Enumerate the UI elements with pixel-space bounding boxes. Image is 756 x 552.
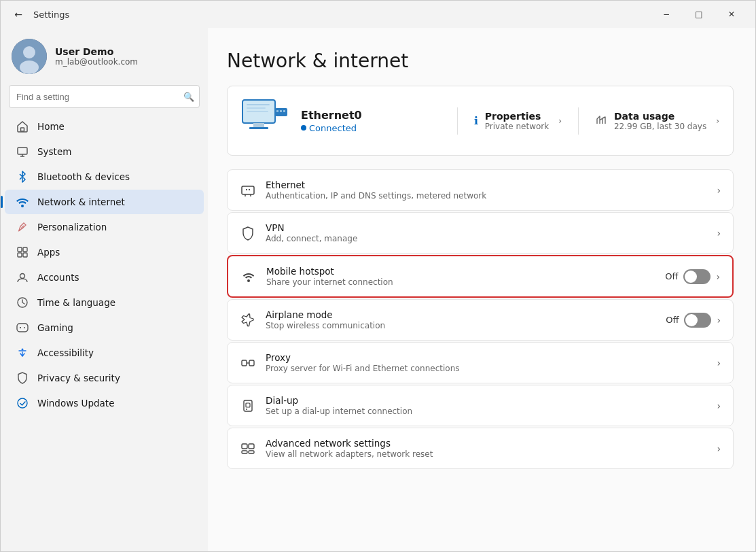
settings-item-advanced[interactable]: Advanced network settings View all netwo… [227,428,734,469]
info-icon: ℹ [474,114,478,127]
sidebar-item-gaming[interactable]: Gaming [5,315,204,340]
settings-item-airplane[interactable]: Airplane mode Stop wireless communicatio… [227,299,734,341]
properties-chevron: › [558,116,562,126]
sidebar-item-label: Gaming [37,322,73,333]
sidebar-item-label: System [37,146,71,157]
sidebar-item-label: Time & language [37,297,115,308]
svg-rect-35 [246,189,247,190]
airplane-toggle-knob [685,314,698,326]
profile-section[interactable]: User Demo m_lab@outlook.com [1,28,208,82]
sidebar-item-time[interactable]: Time & language [5,290,204,315]
sidebar-nav: Home System [1,114,208,416]
sidebar-item-label: Privacy & security [37,373,120,383]
window-controls: − □ ✕ [651,3,747,25]
sidebar-item-update[interactable]: Windows Update [5,391,204,415]
ethernet-banner[interactable]: Ethernet0 Connected ℹ Properties Private… [227,86,734,156]
status-dot [301,125,306,131]
hotspot-toggle-label: Off [665,271,678,281]
minimize-button[interactable]: − [651,3,682,25]
content-area: Network & internet [208,28,755,551]
hotspot-toggle-knob [685,271,697,283]
sidebar-item-accounts[interactable]: Accounts [5,265,204,290]
close-button[interactable]: ✕ [716,3,747,25]
airplane-item-text: Airplane mode Stop wireless communicatio… [266,309,656,330]
ethernet-banner-icon [241,97,290,144]
ethernet-status: Connected [301,123,441,133]
sidebar-item-home[interactable]: Home [5,114,204,139]
svg-rect-3 [21,128,24,131]
vpn-item-text: VPN Add, connect, manage [266,222,707,243]
sidebar-item-accessibility[interactable]: Accessibility [5,341,204,365]
proxy-chevron: › [717,358,721,368]
sidebar-item-apps[interactable]: Apps [5,240,204,264]
settings-item-ethernet[interactable]: Ethernet Authentication, IP and DNS sett… [227,169,734,211]
svg-rect-31 [247,111,268,112]
time-icon [16,296,29,309]
proxy-item-text: Proxy Proxy server for Wi-Fi and Etherne… [266,352,707,373]
svg-point-20 [22,349,24,351]
svg-rect-4 [18,148,27,154]
back-button[interactable]: ← [9,5,28,24]
airplane-chevron: › [717,315,721,326]
personalization-icon [16,220,29,234]
advanced-icon [240,441,256,457]
advanced-chevron: › [717,443,721,454]
svg-rect-29 [247,104,270,105]
network-icon [16,195,29,209]
svg-rect-39 [249,360,254,366]
svg-rect-30 [247,107,266,109]
sidebar-item-personalization[interactable]: Personalization [5,215,204,239]
svg-point-2 [20,61,39,74]
svg-point-37 [247,279,250,282]
sidebar-item-label: Bluetooth & devices [37,171,130,182]
svg-point-19 [24,327,25,328]
svg-rect-12 [18,253,22,257]
sidebar-item-system[interactable]: System [5,139,204,164]
hotspot-toggle-area: Off › [665,269,720,284]
ethernet-info: Ethernet0 Connected [301,109,441,133]
back-icon: ← [14,9,22,20]
vpn-icon [240,225,256,241]
svg-rect-36 [249,189,250,190]
apps-icon [16,245,29,259]
airplane-toggle[interactable] [684,313,711,328]
divider [457,107,458,135]
sidebar-item-bluetooth[interactable]: Bluetooth & devices [5,165,204,189]
data-usage-text: Data usage 22.99 GB, last 30 days [614,111,706,131]
sidebar-item-label: Home [37,121,65,132]
svg-rect-24 [249,127,268,129]
svg-point-7 [21,205,24,207]
system-icon [16,145,29,158]
svg-rect-46 [242,451,247,453]
sidebar-item-privacy[interactable]: Privacy & security [5,366,204,390]
advanced-item-text: Advanced network settings View all netwo… [266,438,707,459]
vpn-chevron: › [717,228,721,239]
update-icon [16,396,29,410]
svg-rect-13 [23,253,27,257]
svg-rect-10 [18,247,22,252]
svg-rect-28 [283,110,285,112]
sidebar-item-label: Accessibility [37,347,94,358]
sidebar: User Demo m_lab@outlook.com 🔍 [1,28,208,551]
page-title: Network & internet [227,50,734,72]
hotspot-toggle[interactable] [683,269,710,284]
settings-item-dialup[interactable]: Dial-up Set up a dial-up internet connec… [227,385,734,426]
search-input[interactable] [9,85,200,108]
properties-text: Properties Private network [485,111,549,131]
dialup-chevron: › [717,400,721,411]
settings-item-proxy[interactable]: Proxy Proxy server for Wi-Fi and Etherne… [227,342,734,383]
properties-link[interactable]: ℹ Properties Private network › [474,111,562,131]
hotspot-item-text: Mobile hotspot Share your internet conne… [266,266,655,287]
proxy-icon [240,355,256,371]
accounts-icon [16,271,29,284]
divider2 [578,107,579,135]
accessibility-icon [16,346,29,360]
dialup-icon [240,398,256,414]
settings-item-vpn[interactable]: VPN Add, connect, manage › [227,212,734,254]
privacy-icon [16,371,29,385]
sidebar-item-network[interactable]: Network & internet [5,190,204,214]
maximize-button[interactable]: □ [683,3,715,25]
profile-info: User Demo m_lab@outlook.com [55,46,197,67]
settings-item-hotspot[interactable]: Mobile hotspot Share your internet conne… [227,255,734,298]
data-usage-link[interactable]: Data usage 22.99 GB, last 30 days › [595,111,719,131]
